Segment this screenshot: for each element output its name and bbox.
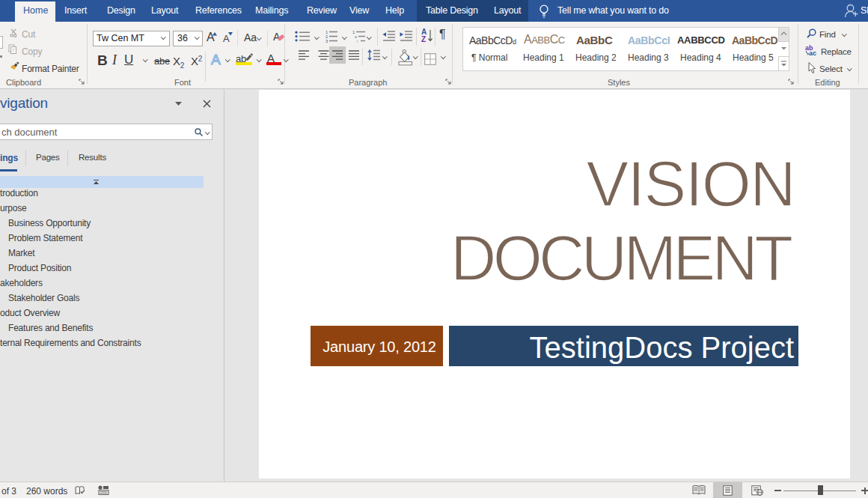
svg-text:A: A bbox=[211, 52, 221, 67]
svg-text:i: i bbox=[357, 39, 358, 43]
svg-text:3: 3 bbox=[326, 39, 328, 43]
svg-text:ac: ac bbox=[809, 49, 816, 57]
